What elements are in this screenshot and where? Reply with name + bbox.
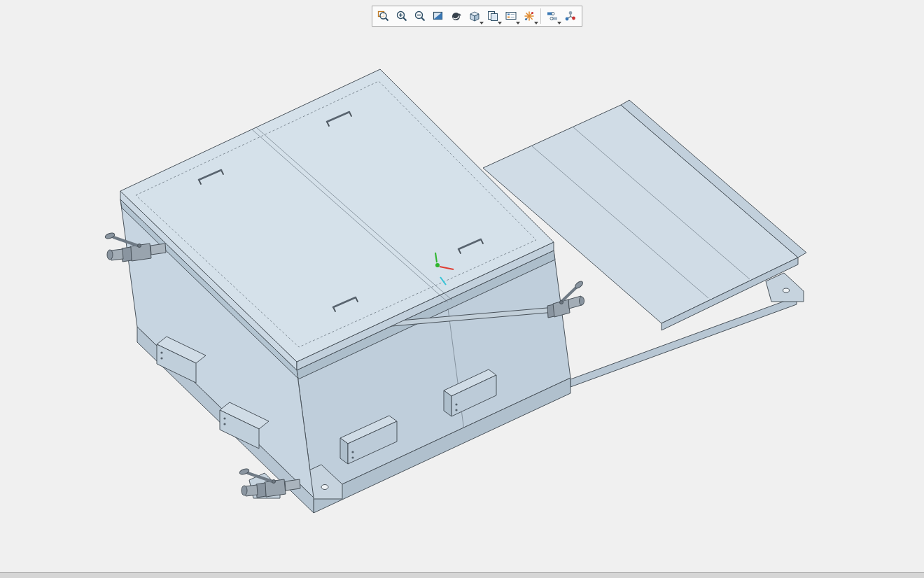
zoom-to-fit-icon	[377, 9, 391, 23]
bolt-dot	[223, 417, 225, 419]
view-orientation-icon	[468, 9, 482, 23]
view-settings-icon	[545, 9, 559, 23]
valve-pipe-stub	[285, 479, 300, 491]
zoom-to-fit-button[interactable]	[374, 7, 393, 25]
foot-hole	[321, 485, 328, 490]
3d-viewport[interactable]	[0, 0, 924, 578]
viewport-canvas[interactable]	[0, 0, 924, 578]
model-views-button[interactable]	[561, 7, 580, 25]
edit-appearance-button[interactable]	[520, 7, 538, 25]
rotate-view-button[interactable]	[447, 7, 465, 25]
valve-nut	[256, 483, 266, 498]
valve-end-cap	[107, 250, 113, 260]
zoom-in-icon	[395, 9, 409, 23]
hide-show-items-button[interactable]	[502, 7, 520, 25]
rotate-view-icon	[449, 9, 463, 23]
model-views-icon	[564, 9, 578, 23]
bolt-dot	[351, 451, 354, 453]
dropdown-arrow-icon	[534, 22, 538, 24]
foot-hole	[783, 288, 790, 292]
window-bottom-edge	[0, 572, 924, 578]
toolbar-separator	[540, 8, 541, 24]
previous-view-icon	[431, 9, 445, 23]
valve-stem	[560, 301, 564, 304]
zoom-in-button[interactable]	[393, 7, 411, 25]
edit-appearance-icon	[522, 9, 536, 23]
view-toolbar	[372, 6, 582, 27]
view-orientation-button[interactable]	[465, 7, 484, 25]
zoom-out-icon	[413, 9, 427, 23]
valve-end-cap	[580, 297, 584, 305]
bolt-dot	[455, 403, 457, 405]
previous-view-button[interactable]	[429, 7, 447, 25]
bolt-dot	[160, 357, 162, 359]
valve-lever-grip	[574, 280, 584, 290]
view-settings-button[interactable]	[543, 7, 561, 25]
valve-stem	[138, 244, 141, 248]
hide-show-items-icon	[504, 9, 518, 23]
valve-pipe-stub	[150, 244, 166, 255]
display-style-button[interactable]	[484, 7, 502, 25]
bolt-dot	[223, 423, 225, 425]
origin-point	[435, 263, 440, 267]
display-style-icon	[486, 9, 500, 23]
valve-nut	[122, 247, 132, 262]
zoom-out-button[interactable]	[411, 7, 429, 25]
bolt-dot	[351, 456, 354, 458]
bolt-dot	[455, 409, 457, 411]
valve-stem	[272, 480, 276, 484]
bolt-dot	[160, 351, 162, 353]
valve-end-cap	[241, 486, 247, 495]
